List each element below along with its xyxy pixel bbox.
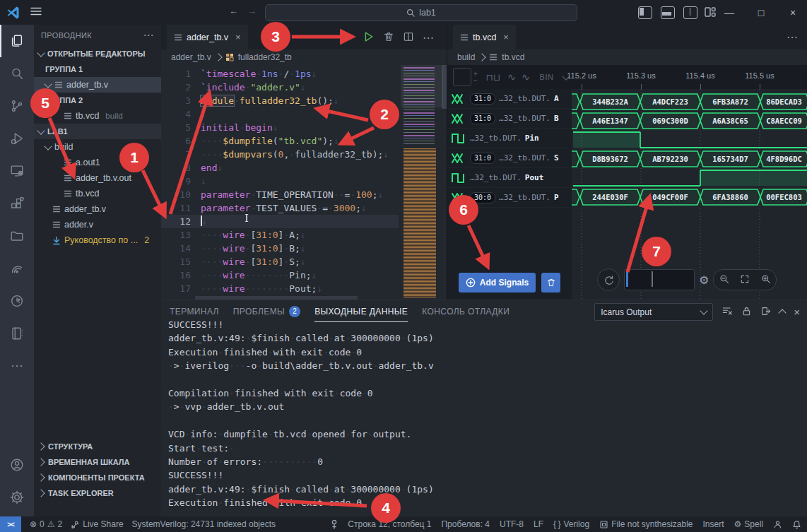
editor-more-icon[interactable]: ⋯ [423, 31, 434, 45]
source-control-icon[interactable] [0, 90, 34, 122]
project-manager-icon[interactable] [0, 220, 34, 252]
customize-layout-icon[interactable] [705, 6, 716, 20]
run-debug-icon[interactable] [0, 122, 34, 155]
sine-wave2-icon[interactable]: ∿ [522, 71, 530, 83]
indexer-status[interactable]: SystemVerilog: 24731 indexed objects [132, 519, 276, 529]
output-console[interactable]: SUCCESS!!!adder_tb.v:49:·$finish·called·… [168, 318, 803, 517]
signal-row-b[interactable]: 31:0…32_tb.DUT.B [447, 109, 572, 129]
encoding-status[interactable]: UTF-8 [500, 519, 524, 529]
section-компоненты-проекта[interactable]: КОМПОНЕНТЫ ПРОЕКТА [34, 470, 161, 485]
synthesis-status[interactable]: File not synthesizable [599, 519, 693, 529]
explorer-item-открытые-редакторы[interactable]: ОТКРЫТЫЕ РЕДАКТОРЫ [34, 46, 161, 61]
open-in-editor-icon[interactable] [760, 306, 771, 319]
zoom-in-icon[interactable] [761, 274, 771, 286]
run-testbench-icon[interactable] [362, 30, 375, 45]
minimize-button[interactable]: — [715, 0, 743, 25]
wireless-spiral-icon[interactable] [0, 252, 34, 285]
notifications-bell-icon[interactable] [792, 520, 801, 529]
extensions-icon[interactable] [0, 187, 34, 220]
remote-indicator[interactable]: >< [0, 516, 21, 532]
explorer-icon[interactable] [0, 25, 34, 57]
breadcrumb-file[interactable]: adder_tb.v [171, 52, 211, 62]
remote-explorer-icon[interactable] [0, 155, 34, 187]
format-select[interactable]: BIN [540, 73, 554, 81]
feedback-person-icon[interactable] [773, 520, 782, 529]
menu-icon[interactable] [30, 6, 42, 18]
signal-row-pin[interactable]: …32_tb.DUT.Pin [447, 129, 572, 148]
explorer-item-adder-v[interactable]: adder.v [34, 217, 161, 232]
waveform-breadcrumb[interactable]: build tb.vcd [447, 49, 807, 65]
vertical-scrollbar[interactable] [442, 65, 447, 109]
explorer-item-группа-1[interactable]: ГРУППА 1 [34, 61, 161, 77]
tab-adder-tb-v[interactable]: adder_tb.v × [167, 25, 248, 49]
section-task-explorer[interactable]: TASK EXPLORER [34, 485, 161, 501]
zoom-fit-icon[interactable] [740, 274, 750, 286]
explorer-item-a-out1[interactable]: a.out1 [34, 155, 161, 170]
waveform-more-icon[interactable]: ⋯ [787, 30, 798, 44]
section-временная-шкала[interactable]: ВРЕМЕННАЯ ШКАЛА [34, 454, 161, 470]
eol-status[interactable]: LF [534, 519, 543, 529]
waveform-canvas[interactable]: 344B232AA4DCF2236FB3A87286DECAD3A46E1347… [572, 89, 807, 300]
value-box[interactable] [453, 68, 471, 86]
account-icon[interactable] [0, 449, 34, 481]
language-status[interactable]: { }Verilog [553, 519, 589, 529]
wave-minimap-slider[interactable] [624, 269, 695, 290]
signal-row-pout[interactable]: …32_tb.DUT.Pout [447, 168, 572, 188]
zoom-out-icon[interactable] [719, 274, 729, 286]
wave-settings-gear-icon[interactable]: ⚙ [699, 273, 709, 287]
signal-row-p[interactable]: 30:0…32_tb.DUT.P [447, 188, 572, 208]
tab-tb-vcd[interactable]: tb.vcd × [453, 25, 516, 49]
minimap[interactable] [401, 65, 443, 295]
problems-status[interactable]: ⊗0 ⚠2 [30, 519, 62, 529]
trash-icon[interactable] [383, 31, 394, 45]
search-view-icon[interactable] [0, 57, 34, 90]
split-editor-layout-icon[interactable] [683, 6, 697, 19]
close-button[interactable]: × [779, 0, 807, 25]
notebook-icon[interactable] [0, 317, 34, 350]
explorer-item-tb-vcd[interactable]: tb.vcd [34, 186, 161, 201]
breadcrumb-file[interactable]: tb.vcd [502, 52, 524, 62]
cursor-position-status[interactable]: Строка 12, столбец 1 [348, 519, 431, 529]
indentation-status[interactable]: Пробелов: 4 [441, 519, 490, 529]
explorer-item-adder-tb-v-out[interactable]: adder_tb.v.out [34, 170, 161, 186]
clear-output-icon[interactable] [721, 305, 733, 319]
signal-row-a[interactable]: 31:0…32_tb.DUT.A [447, 89, 572, 109]
more-views-icon[interactable]: ⋯ [0, 350, 34, 382]
timeline-clock-icon[interactable] [0, 285, 34, 317]
nav-forward-icon[interactable]: → [247, 6, 257, 16]
maximize-button[interactable]: □ [747, 0, 775, 25]
nav-back-icon[interactable]: ← [229, 6, 238, 16]
explorer-item-tb-vcd[interactable]: tb.vcdbuild [34, 108, 161, 124]
toggle-panel-icon[interactable] [661, 6, 675, 19]
port-icon[interactable] [331, 519, 338, 529]
explorer-item-lab1[interactable]: LAB1 [34, 124, 161, 139]
spell-status[interactable]: ⚙Spell [734, 519, 763, 529]
split-editor-icon[interactable] [403, 31, 414, 45]
sine-wave-icon[interactable]: ∿ [507, 71, 516, 83]
settings-gear-icon[interactable] [0, 481, 34, 514]
explorer-item-руководство-по[interactable]: Руководство по ...2 [34, 232, 161, 248]
breadcrumb[interactable]: adder_tb.v fulladder32_tb [161, 49, 447, 65]
insert-mode-status[interactable]: Insert [703, 519, 724, 529]
live-share-status[interactable]: Live Share [71, 519, 123, 529]
tab-close-icon[interactable]: × [503, 32, 509, 42]
value-stepper[interactable]: +− [473, 71, 478, 83]
explorer-more-icon[interactable]: ⋯ [143, 29, 154, 42]
close-panel-icon[interactable]: × [794, 306, 800, 318]
lock-scroll-icon[interactable] [741, 306, 752, 319]
command-search-box[interactable]: lab1 [265, 4, 577, 21]
code-editor[interactable]: 1`timescale·1ns·/·1ps↓2`include·"adder.v… [161, 65, 447, 300]
explorer-item-adder-tb-v[interactable]: adder_tb.v [34, 201, 161, 217]
section-структура[interactable]: СТРУКТУРА [34, 439, 161, 454]
signal-row-s[interactable]: 31:0…32_tb.DUT.S [447, 148, 572, 168]
explorer-item-adder-tb-v[interactable]: adder_tb.v [34, 77, 161, 93]
breadcrumb-folder[interactable]: build [457, 52, 475, 62]
tab-close-icon[interactable]: × [235, 32, 241, 42]
breadcrumb-symbol[interactable]: fulladder32_tb [238, 52, 292, 62]
square-wave-icon[interactable]: ⊓⊔ [486, 72, 500, 83]
explorer-item-build[interactable]: build [34, 139, 161, 155]
maximize-panel-icon[interactable] [779, 309, 787, 317]
toggle-sidebar-icon[interactable] [638, 6, 652, 19]
remove-signals-button[interactable] [541, 273, 560, 292]
reload-button[interactable] [597, 268, 620, 291]
